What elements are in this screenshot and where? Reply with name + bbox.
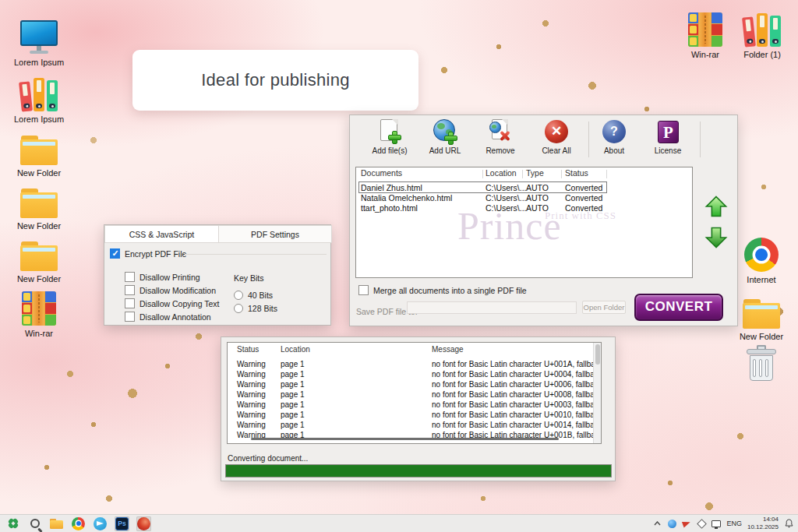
disallow-annotation-checkbox[interactable] — [125, 312, 135, 322]
chrome-taskbar-button[interactable] — [71, 516, 86, 531]
log-row[interactable]: Warning page 1 no font for Basic Latin c… — [228, 360, 601, 370]
taskbar: Ps ENG 14:04 10.12.2025 — [0, 514, 798, 532]
desktop-icon-new-folder-2[interactable]: New Folder — [5, 182, 72, 231]
log-message: no font for Basic Latin character U+0008… — [432, 390, 602, 399]
disallow-copying-checkbox[interactable] — [125, 298, 135, 308]
key-bits-128-row[interactable]: 128 Bits — [234, 304, 277, 313]
desktop-icon-new-folder-1[interactable]: New Folder — [5, 129, 72, 178]
tray-display-button[interactable] — [711, 519, 721, 528]
log-column-message[interactable]: Message — [432, 345, 464, 354]
disallow-printing-checkbox[interactable] — [125, 272, 135, 282]
key-bits-40-row[interactable]: 40 Bits — [234, 291, 273, 300]
conversion-log-window: Status Location Message Warning page 1 n… — [221, 336, 616, 481]
log-row[interactable]: Warning page 1 no font for Basic Latin c… — [228, 390, 601, 400]
file-explorer-button[interactable] — [49, 516, 64, 531]
horizontal-scrollbar[interactable] — [251, 438, 559, 440]
desktop-icon-label: New Folder — [728, 332, 795, 341]
encrypt-pdf-checkbox[interactable] — [110, 248, 120, 259]
language-indicator[interactable]: ENG — [726, 520, 742, 527]
table-row[interactable]: ttart_photo.html C:\Users\... AUTO Conve… — [356, 203, 692, 213]
about-button[interactable]: ? About — [588, 119, 641, 158]
save-path-input[interactable] — [407, 301, 577, 314]
table-row[interactable]: Daniel Zhus.html C:\Users\... AUTO Conve… — [356, 183, 692, 193]
display-icon — [711, 520, 721, 527]
search-button[interactable] — [27, 516, 42, 531]
remove-button[interactable]: Remove — [474, 119, 527, 158]
desktop-icon-winrar-left[interactable]: Win-rar — [5, 290, 72, 338]
table-row[interactable]: Natalia Omelchenko.html C:\Users\... AUT… — [356, 193, 692, 203]
start-button[interactable] — [5, 516, 20, 531]
desktop-icon-new-folder-3[interactable]: New Folder — [5, 235, 72, 284]
red-app-taskbar-button[interactable] — [136, 516, 151, 531]
documents-table[interactable]: Documents Location Type Status Prince Pr… — [355, 167, 693, 278]
progress-fill — [226, 465, 611, 477]
move-down-button[interactable] — [704, 226, 728, 249]
encrypt-pdf-label: Encrypt PDF File — [125, 249, 186, 259]
binders-icon — [19, 77, 58, 111]
log-row[interactable]: Warning page 1 no font for Basic Latin c… — [228, 400, 601, 410]
key-bits-128-radio[interactable] — [234, 304, 243, 313]
column-header-status[interactable]: Status — [565, 168, 588, 180]
desktop-icon-lorem-ipsum-binders[interactable]: Lorem Ipsum — [5, 76, 72, 124]
tray-app-button[interactable] — [697, 519, 706, 528]
telegram-taskbar-button[interactable] — [93, 516, 108, 531]
photoshop-icon: Ps — [115, 517, 129, 530]
desktop-icon-lorem-ipsum-app[interactable]: Lorem Ipsum — [5, 19, 72, 67]
checkbox-label: Disallow Modification — [139, 286, 216, 295]
tooltip-card: Ideal for publishing — [132, 50, 418, 111]
photoshop-taskbar-button[interactable]: Ps — [115, 516, 129, 531]
toolbar-label: Add file(s) — [363, 146, 416, 155]
merge-checkbox-row[interactable]: Merge all documents into a single PDF fi… — [358, 285, 527, 295]
tray-cloud-button[interactable] — [667, 519, 676, 528]
column-header-location[interactable]: Location — [486, 168, 517, 180]
cell-location: C:\Users\... — [486, 183, 527, 192]
log-message: no font for Basic Latin character U+0010… — [432, 410, 602, 419]
disallow-modification-row[interactable]: Disallow Modification — [125, 285, 216, 295]
desktop-icon-recycle-bin[interactable] — [728, 344, 795, 382]
add-files-button[interactable]: Add file(s) — [363, 119, 416, 158]
disallow-modification-checkbox[interactable] — [125, 285, 135, 295]
disallow-copying-row[interactable]: Disallow Copying Text — [125, 298, 220, 308]
log-status: Warning — [237, 380, 266, 389]
add-url-button[interactable]: Add URL — [418, 119, 471, 158]
move-up-button[interactable] — [704, 195, 728, 218]
pdf-settings-window: CSS & JavaScript PDF Settings Encrypt PD… — [104, 224, 331, 326]
clear-all-button[interactable]: ✕ Clear All — [530, 119, 583, 158]
desktop-icon-folder-1[interactable]: Folder (1) — [729, 11, 796, 59]
license-button[interactable]: P License — [641, 119, 694, 158]
open-folder-button[interactable]: Open Folder — [582, 301, 626, 314]
toolbar-label: Remove — [474, 146, 527, 155]
prince-converter-window: Add file(s) Add URL Remove ✕ Clear All — [349, 115, 738, 326]
hidden-icons-chevron[interactable] — [652, 519, 662, 528]
log-list[interactable]: Status Location Message Warning page 1 n… — [227, 342, 602, 444]
folder-icon — [20, 188, 58, 218]
log-column-status[interactable]: Status — [237, 345, 259, 354]
tab-pdf-settings[interactable]: PDF Settings — [218, 225, 332, 243]
log-row[interactable]: Warning page 1 no font for Basic Latin c… — [228, 410, 601, 421]
scrollbar-thumb[interactable] — [595, 344, 600, 365]
encrypt-pdf-checkbox-row[interactable]: Encrypt PDF File — [110, 248, 186, 259]
chevron-up-icon — [654, 521, 661, 526]
disallow-printing-row[interactable]: Disallow Printing — [125, 272, 200, 282]
disallow-annotation-row[interactable]: Disallow Annotation — [125, 312, 211, 322]
tray-cursor-button[interactable] — [682, 519, 691, 528]
checkbox-label: Disallow Copying Text — [139, 299, 220, 308]
convert-button[interactable]: CONVERT — [634, 294, 723, 321]
log-row[interactable]: Warning page 1 no font for Basic Latin c… — [228, 421, 601, 431]
log-status: Warning — [237, 410, 266, 419]
log-message: no font for Basic Latin character U+0006… — [432, 380, 602, 389]
merge-checkbox[interactable] — [358, 285, 369, 295]
log-column-location[interactable]: Location — [281, 345, 310, 354]
log-row[interactable]: Warning page 1 no font for Basic Latin c… — [228, 380, 601, 390]
column-header-type[interactable]: Type — [526, 168, 544, 180]
search-icon — [30, 519, 40, 528]
tab-css-javascript[interactable]: CSS & JavaScript — [104, 225, 219, 243]
clock[interactable]: 14:04 10.12.2025 — [747, 516, 779, 530]
column-header-documents[interactable]: Documents — [361, 168, 402, 180]
log-row[interactable]: Warning page 1 no font for Basic Latin c… — [228, 370, 601, 380]
notifications-button[interactable] — [784, 519, 793, 528]
key-bits-40-radio[interactable] — [234, 291, 243, 300]
checkbox-label: Disallow Printing — [139, 273, 200, 282]
vertical-scrollbar[interactable] — [593, 343, 601, 443]
cell-status: Converted — [565, 183, 602, 192]
